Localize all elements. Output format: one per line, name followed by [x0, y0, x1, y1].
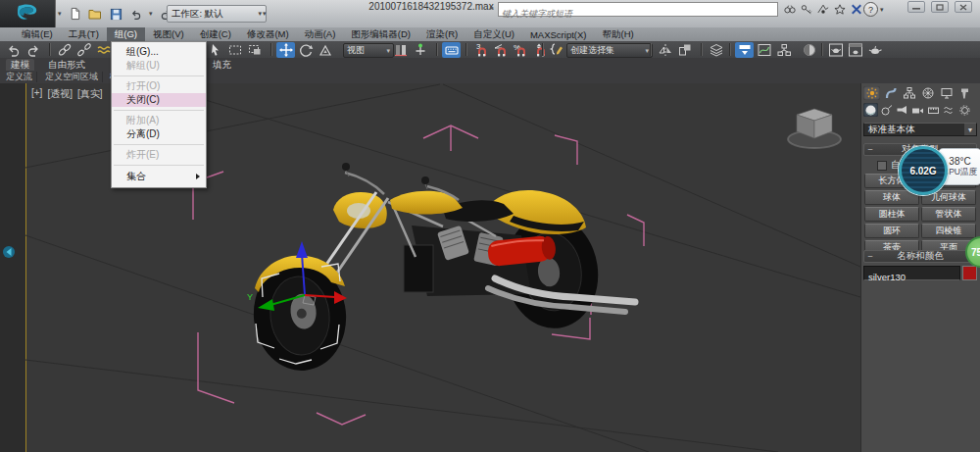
- menu-help[interactable]: 帮助(H): [594, 27, 641, 41]
- button-cylinder[interactable]: 圆柱体: [864, 207, 919, 222]
- schematic-view-button[interactable]: [774, 42, 793, 58]
- tab-hierarchy[interactable]: [901, 86, 917, 100]
- restore-button[interactable]: [931, 1, 949, 13]
- viewport-general-menu[interactable]: [+]: [31, 87, 42, 101]
- category-helpers[interactable]: [926, 103, 941, 117]
- object-color-swatch[interactable]: [962, 266, 977, 280]
- help-caret-icon[interactable]: ▾: [880, 6, 884, 14]
- tab-modify[interactable]: [882, 86, 899, 100]
- select-and-manipulate-button[interactable]: [411, 42, 429, 58]
- ribbon-tab-populate[interactable]: 填充: [208, 59, 236, 71]
- button-sphere[interactable]: 球体: [864, 190, 919, 205]
- keyboard-shortcut-override-button[interactable]: [442, 42, 461, 58]
- button-tube[interactable]: 管状体: [921, 207, 976, 222]
- ribbon-button-define-flow[interactable]: 定义流: [2, 72, 37, 82]
- select-object-button[interactable]: [206, 42, 224, 58]
- tab-create[interactable]: [863, 86, 880, 100]
- mirror-button[interactable]: [656, 42, 674, 58]
- viewcube[interactable]: [788, 109, 841, 148]
- search-input[interactable]: [499, 8, 777, 21]
- favorites-star-icon[interactable]: [833, 2, 847, 16]
- object-name-input[interactable]: [864, 271, 959, 283]
- percent-snap-button[interactable]: %: [511, 42, 529, 58]
- search-binoculars-icon[interactable]: [783, 2, 797, 16]
- ribbon-toggle-button[interactable]: [735, 42, 754, 58]
- named-selection-set-dropdown[interactable]: 创建选择集▾: [566, 43, 653, 58]
- subscription-key-icon[interactable]: [800, 2, 813, 16]
- autogrid-checkbox[interactable]: [877, 161, 887, 171]
- category-geometry[interactable]: [863, 103, 878, 117]
- close-button[interactable]: [955, 1, 972, 13]
- tab-display[interactable]: [938, 86, 955, 100]
- use-pivot-center-button[interactable]: [391, 42, 410, 58]
- redo-scene-button[interactable]: [24, 42, 42, 58]
- menu-item-group[interactable]: 组(G)...: [112, 45, 206, 59]
- ribbon-tab-modeling[interactable]: 建模: [6, 59, 34, 71]
- rendered-frame-window-button[interactable]: [846, 42, 864, 58]
- menu-graph-editors[interactable]: 图形编辑器(D): [343, 27, 418, 41]
- save-file-button[interactable]: [108, 6, 123, 22]
- menu-item-detach[interactable]: 分离(D): [112, 127, 206, 141]
- tab-utilities[interactable]: [956, 86, 973, 100]
- undo-scene-button[interactable]: [4, 42, 23, 58]
- memory-gadget[interactable]: 6.02G: [899, 146, 948, 195]
- select-and-move-button[interactable]: [276, 42, 295, 58]
- category-lights[interactable]: [895, 103, 909, 117]
- minimize-button[interactable]: [907, 1, 925, 13]
- search-expand-icon[interactable]: ▸: [490, 3, 494, 12]
- primitive-category-dropdown[interactable]: 标准基本体 ▼: [863, 123, 977, 136]
- menu-rendering[interactable]: 渲染(R): [418, 27, 466, 41]
- name-color-rollout[interactable]: − 名称和颜色: [863, 250, 977, 263]
- select-and-link-icon[interactable]: [55, 42, 74, 58]
- ribbon-tab-freeform[interactable]: 自由形式: [43, 59, 90, 71]
- category-shapes[interactable]: [879, 103, 894, 117]
- undo-button[interactable]: [128, 6, 144, 22]
- window-crossing-button[interactable]: [245, 42, 264, 58]
- app-logo[interactable]: [0, 0, 56, 27]
- workspace-dropdown[interactable]: 工作区: 默认 ▾: [167, 5, 267, 23]
- button-pyramid[interactable]: 四棱锥: [921, 224, 976, 238]
- menu-edit[interactable]: 编辑(E): [14, 27, 61, 41]
- undo-caret-icon[interactable]: ▾: [149, 10, 153, 18]
- viewport-shading-menu[interactable]: [真实]: [77, 87, 103, 101]
- select-and-scale-button[interactable]: [316, 42, 334, 58]
- menu-create[interactable]: 创建(C): [192, 27, 239, 41]
- category-space-warps[interactable]: [942, 103, 956, 117]
- qat-overflow-caret-icon[interactable]: ▾: [263, 10, 267, 18]
- layer-manager-button[interactable]: [707, 42, 725, 58]
- edit-named-selection-sets-button[interactable]: [547, 42, 565, 58]
- menu-views[interactable]: 视图(V): [145, 27, 192, 41]
- render-production-button[interactable]: [865, 42, 884, 58]
- select-and-rotate-button[interactable]: [296, 42, 315, 58]
- menu-group[interactable]: 组(G): [107, 27, 145, 41]
- curve-editor-button[interactable]: [755, 42, 773, 58]
- tab-motion[interactable]: [919, 86, 936, 100]
- new-file-button[interactable]: [67, 6, 82, 22]
- menu-animation[interactable]: 动画(A): [297, 27, 344, 41]
- viewport-pov-menu[interactable]: [透视]: [47, 87, 73, 101]
- angle-snap-button[interactable]: [491, 42, 510, 58]
- menu-item-assembly[interactable]: 集合: [112, 169, 206, 184]
- category-cameras[interactable]: [910, 103, 925, 117]
- ribbon-collapsed-icon[interactable]: [2, 243, 16, 261]
- menu-modifiers[interactable]: 修改器(M): [239, 27, 297, 41]
- motorcycle-model[interactable]: [248, 163, 635, 376]
- menu-tools[interactable]: 工具(T): [61, 27, 107, 41]
- open-file-button[interactable]: [87, 6, 103, 22]
- render-setup-button[interactable]: [826, 42, 845, 58]
- menu-customize[interactable]: 自定义(U): [466, 27, 522, 41]
- align-button[interactable]: [675, 42, 694, 58]
- menu-maxscript[interactable]: MAXScript(X): [522, 27, 595, 41]
- snaps-toggle-button[interactable]: 3: [471, 42, 490, 58]
- material-editor-button[interactable]: [800, 42, 818, 58]
- reference-coordinate-dropdown[interactable]: 视图▾: [343, 43, 394, 58]
- menu-item-close[interactable]: 关闭(C): [112, 93, 206, 107]
- category-systems[interactable]: [957, 103, 972, 117]
- ribbon-button-define-region[interactable]: 定义空间区域: [41, 72, 103, 82]
- unlink-selection-icon[interactable]: [74, 42, 93, 58]
- communication-center-icon[interactable]: [816, 2, 830, 16]
- logo-caret-icon[interactable]: ▾: [58, 10, 62, 18]
- help-icon[interactable]: ?: [863, 2, 878, 17]
- button-torus[interactable]: 圆环: [864, 224, 919, 238]
- rectangular-region-button[interactable]: [225, 42, 244, 58]
